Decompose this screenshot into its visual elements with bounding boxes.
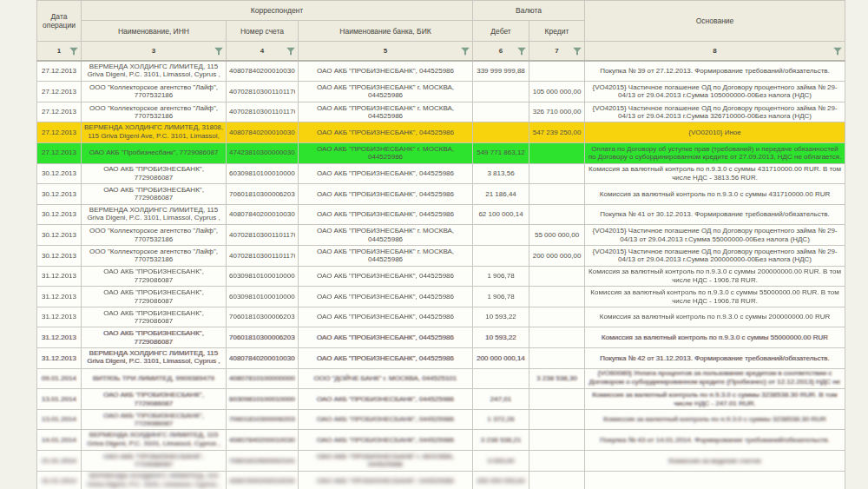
cell-account[interactable]: 40702810300110117621 [227,82,299,102]
cell-basis[interactable]: Комиссия за валютный контроль по п.9.3.0… [585,327,845,348]
cell-bank[interactable]: ОАО АКБ "ПРОБИЗНЕСБАНК", 044525986 [299,122,473,143]
cell-date[interactable]: 27.12.2013 [37,102,82,122]
cell-date[interactable]: 21.01.2014 [37,451,82,472]
cell-credit[interactable] [529,389,585,410]
cell-date[interactable]: 30.12.2013 [37,184,82,205]
cell-basis[interactable]: {VO42015} Частичное погашение ОД по Дого… [585,225,845,246]
cell-basis[interactable]: Покупка № 39 от 27.12.2013. Формирование… [585,61,845,82]
cell-debit[interactable] [473,102,529,122]
cell-date[interactable]: 13.01.2014 [37,389,82,410]
cell-debit[interactable]: 21 186,44 [473,184,529,205]
filter-icon[interactable] [214,47,223,55]
cell-credit[interactable] [529,430,585,451]
cell-credit[interactable]: 3 238 538,30 [529,368,585,389]
cell-date[interactable]: 31.12.2013 [37,307,82,327]
cell-credit[interactable] [529,266,585,287]
cell-bank[interactable]: ОАО АКБ "ПРОБИЗНЕСБАНК", 044525986 [299,389,473,410]
cell-bank[interactable]: ОАО АКБ "ПРОБИЗНЕСБАНК", 044525986 [299,61,473,82]
cell-date[interactable]: 31.12.2013 [37,348,82,369]
cell-name[interactable]: ВЕРМЕНДА ХОЛДИНГС ЛИМИТЕД, 115 Griva Dig… [82,61,227,82]
cell-basis[interactable]: Комиссия за валютный контроль по п.9.3.0… [585,307,845,327]
cell-account[interactable]: 40807840200010030608 [227,61,299,82]
cell-account[interactable]: 40702810300110117621 [227,225,299,246]
cell-name[interactable]: ОАО АКБ "ПРОБИЗНЕСБАНК", 7729086087 [82,184,227,205]
cell-credit[interactable] [529,451,585,472]
cell-account[interactable]: 47423810300000030608 [227,142,299,163]
cell-basis[interactable]: Покупка № 41 от 30.12.2013. Формирование… [585,204,845,225]
cell-basis[interactable]: Комиссия за валютный контроль по п.9.3.0… [585,287,845,307]
cell-credit[interactable] [529,327,585,348]
cell-credit[interactable] [529,307,585,327]
cell-debit[interactable]: 62 100 000,14 [473,204,529,225]
cell-basis[interactable]: Комиссия за валютный контроль по п.9.3.0… [585,163,845,184]
cell-name[interactable]: ООО "Коллекторское агентство "Лайф", 770… [82,245,227,266]
cell-account[interactable]: 40807840200010030608 [227,471,299,489]
cell-date[interactable]: 30.12.2013 [37,163,82,184]
cell-account[interactable]: 40807840200010030608 [227,122,299,143]
cell-date[interactable]: 09.01.2014 [37,368,82,389]
cell-debit[interactable] [473,245,529,266]
cell-basis[interactable]: {VO60080} Уплата процентов за пользовани… [585,368,845,389]
cell-bank[interactable]: ОАО АКБ "ПРОБИЗНЕСБАНК", 044525986 [299,327,473,348]
cell-name[interactable]: ООО "Коллекторское агентство "Лайф", 770… [82,102,227,122]
cell-bank[interactable]: ОАО АКБ "ПРОБИЗНЕСБАНК" г. МОСКВА, 04452… [299,225,473,246]
cell-bank[interactable]: ОАО АКБ "ПРОБИЗНЕСБАНК", 044525986 [299,204,473,225]
cell-account[interactable]: 40702810300110117621 [227,245,299,266]
cell-debit[interactable] [473,122,529,143]
cell-bank[interactable]: ОАО АКБ "ПРОБИЗНЕСБАНК" г. МОСКВА, 04452… [299,451,473,472]
cell-name[interactable]: ВЕРМЕНДА ХОЛДИНГС ЛИМИТЕД, 115 Griva Dig… [82,348,227,369]
cell-bank[interactable]: ОАО АКБ "ПРОБИЗНЕСБАНК", 044525986 [299,266,473,287]
cell-account[interactable]: 60309810100010000000 [227,287,299,307]
cell-date[interactable]: 27.12.2013 [37,122,82,143]
cell-debit[interactable]: 3 000,00 [473,451,529,472]
cell-date[interactable]: 27.12.2013 [37,61,82,82]
cell-credit[interactable]: 55 000 000,00 [529,225,585,246]
cell-basis[interactable]: Комиссия за валютный контроль по п.9.3.0… [585,409,845,430]
cell-date[interactable]: 30.12.2013 [37,204,82,225]
cell-basis[interactable]: Покупка № 42 от 31.12.2013. Формирование… [585,348,845,369]
cell-credit[interactable]: 547 239 250,00 [529,122,585,143]
cell-name[interactable]: ОАО АКБ "ПРОБИЗНЕСБАНК", 7729086087 [82,307,227,327]
cell-date[interactable]: 27.12.2013 [37,142,82,163]
cell-name[interactable]: ВЕРМЕНДА ХОЛДИНГС ЛИМИТЕД, 115 Griva Dig… [82,430,227,451]
cell-name[interactable]: ВЕРМЕНДА ХОЛДИНГС ЛИМИТЕД, 31808, 115 Gr… [82,122,227,143]
cell-name[interactable]: ООО "Коллекторское агентство "Лайф", 770… [82,225,227,246]
cell-date[interactable]: 27.12.2013 [37,82,82,102]
cell-name[interactable]: ОАО АКБ "ПРОБИЗНЕСБАНК", 7729086087 [82,327,227,348]
cell-bank[interactable]: ОАО АКБ "ПРОБИЗНЕСБАНК", 044525986 [299,409,473,430]
filter-icon[interactable] [573,47,582,55]
cell-basis[interactable]: Комиссия за валютный контроль по п.9.3.0… [585,389,845,410]
cell-bank[interactable]: ООО "ДОЙЧЕ БАНК" г. МОСКВА, 044525101 [299,368,473,389]
cell-basis[interactable]: Оплата по Договору об уступке прав (треб… [585,142,845,163]
cell-credit[interactable] [529,142,585,163]
cell-bank[interactable]: ОАО АКБ "ПРОБИЗНЕСБАНК" г. МОСКВА, 04452… [299,142,473,163]
cell-bank[interactable]: ОАО АКБ "ПРОБИЗНЕСБАНК", 044525986 [299,348,473,369]
cell-credit[interactable] [529,287,585,307]
cell-debit[interactable] [473,82,529,102]
cell-credit[interactable]: 105 000 000,00 [529,82,585,102]
cell-credit[interactable] [529,204,585,225]
cell-name[interactable]: ВЕРМЕНДА ХОЛДИНГС ЛИМИТЕД, 115 Griva Dig… [82,471,227,489]
cell-debit[interactable]: 3 813,56 [473,163,529,184]
cell-account[interactable]: 70601810300006203079 [227,409,299,430]
cell-account[interactable]: 70601810300006203079 [227,184,299,205]
cell-name[interactable]: ОАО АКБ "ПРОБИЗНЕСБАНК", 7729086087 [82,266,227,287]
cell-bank[interactable]: ОАО АКБ "ПРОБИЗНЕСБАНК", 044525986 [299,184,473,205]
cell-account[interactable]: 70601810300006203079 [227,307,299,327]
cell-date[interactable]: 31.12.2013 [37,266,82,287]
cell-debit[interactable]: 339 999 999,88 [473,61,529,82]
cell-debit[interactable]: 549 771 863,12 [473,142,529,163]
cell-debit[interactable]: 355 999 999,84 [473,471,529,489]
cell-bank[interactable]: ОАО АКБ "ПРОБИЗНЕСБАНК", 044525986 [299,471,473,489]
cell-account[interactable]: 70601810300006203079 [227,327,299,348]
cell-basis[interactable]: Комиссия за ведение счетов [585,451,845,472]
cell-basis[interactable]: {VO42015} Частичное погашение ОД по Дого… [585,82,845,102]
cell-account[interactable]: 40702810300110117621 [227,102,299,122]
cell-account[interactable]: 60309810100010000000 [227,389,299,410]
cell-name[interactable]: ОАО АКБ "ПРОБИЗНЕСБАНК", 7729086087 [82,389,227,410]
cell-name[interactable]: ОАО АКБ "ПРОБИЗНЕСБАНК", 7729086087 [82,451,227,472]
cell-account[interactable]: 60309810100010000000 [227,163,299,184]
cell-credit[interactable] [529,471,585,489]
cell-credit[interactable] [529,163,585,184]
cell-date[interactable]: 31.01.2014 [37,471,82,489]
